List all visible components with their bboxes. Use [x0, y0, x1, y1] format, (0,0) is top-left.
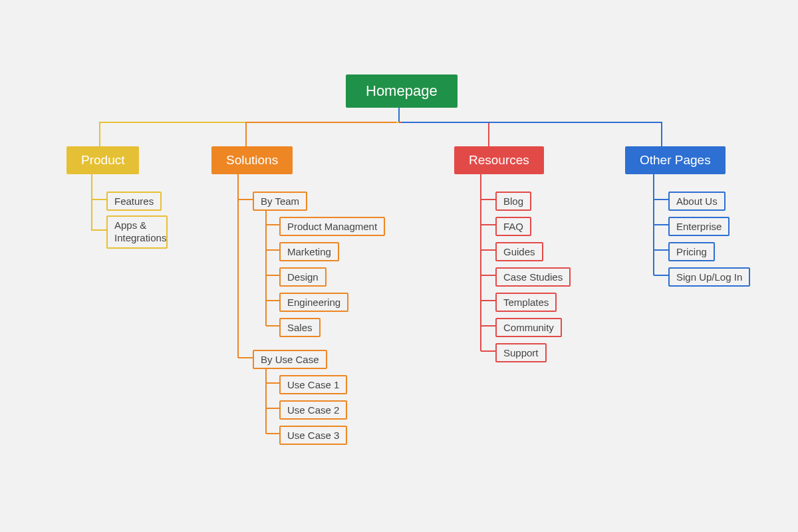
leaf-design: Design	[279, 267, 327, 287]
group-by-use-case: By Use Case	[253, 350, 327, 369]
section-solutions: Solutions	[211, 146, 293, 174]
leaf-label: Sales	[287, 322, 313, 333]
leaf-label: FAQ	[503, 221, 523, 232]
leaf-engineering: Engineering	[279, 293, 348, 312]
leaf-use-case-2: Use Case 2	[279, 400, 347, 420]
leaf-label: Guides	[503, 246, 535, 257]
leaf-support: Support	[495, 343, 547, 362]
group-label: By Team	[261, 196, 299, 207]
leaf-features: Features	[106, 192, 162, 211]
leaf-label: Apps & Integrations	[114, 219, 166, 243]
sitemap-diagram: Homepage Product Solutions Resources Oth…	[0, 0, 798, 532]
leaf-guides: Guides	[495, 242, 543, 261]
leaf-product-management: Product Managment	[279, 217, 385, 236]
leaf-label: Enterprise	[676, 221, 722, 232]
section-product: Product	[66, 146, 139, 174]
leaf-label: Templates	[503, 297, 549, 308]
leaf-label: Sign Up/Log In	[676, 271, 742, 283]
leaf-blog: Blog	[495, 192, 531, 211]
leaf-label: Case Studies	[503, 271, 563, 283]
leaf-label: Pricing	[676, 246, 707, 257]
group-by-team: By Team	[253, 192, 307, 211]
leaf-faq: FAQ	[495, 217, 531, 236]
leaf-use-case-3: Use Case 3	[279, 426, 347, 445]
leaf-marketing: Marketing	[279, 242, 339, 261]
root-homepage: Homepage	[346, 74, 458, 108]
leaf-pricing: Pricing	[668, 242, 715, 261]
leaf-label: Features	[114, 196, 154, 207]
leaf-community: Community	[495, 318, 562, 337]
leaf-label: Engineering	[287, 297, 340, 308]
leaf-label: Use Case 2	[287, 404, 339, 416]
leaf-label: Blog	[503, 196, 523, 207]
leaf-label: Use Case 1	[287, 379, 339, 390]
section-product-label: Product	[81, 153, 124, 167]
leaf-case-studies: Case Studies	[495, 267, 571, 287]
leaf-signup-login: Sign Up/Log In	[668, 267, 750, 287]
leaf-label: Use Case 3	[287, 430, 339, 441]
leaf-about-us: About Us	[668, 192, 726, 211]
root-label: Homepage	[366, 82, 438, 99]
group-label: By Use Case	[261, 354, 319, 365]
leaf-label: Design	[287, 271, 319, 283]
section-resources-label: Resources	[469, 153, 529, 167]
section-solutions-label: Solutions	[226, 153, 278, 167]
section-other: Other Pages	[625, 146, 726, 174]
section-other-label: Other Pages	[640, 153, 711, 167]
leaf-enterprise: Enterprise	[668, 217, 730, 236]
leaf-label: Community	[503, 322, 554, 333]
leaf-sales: Sales	[279, 318, 321, 337]
leaf-label: Product Managment	[287, 221, 377, 232]
leaf-use-case-1: Use Case 1	[279, 375, 347, 394]
leaf-label: Marketing	[287, 246, 331, 257]
leaf-apps-integrations: Apps & Integrations	[106, 215, 168, 249]
leaf-label: Support	[503, 347, 539, 358]
section-resources: Resources	[454, 146, 544, 174]
leaf-label: About Us	[676, 196, 718, 207]
leaf-templates: Templates	[495, 293, 557, 312]
